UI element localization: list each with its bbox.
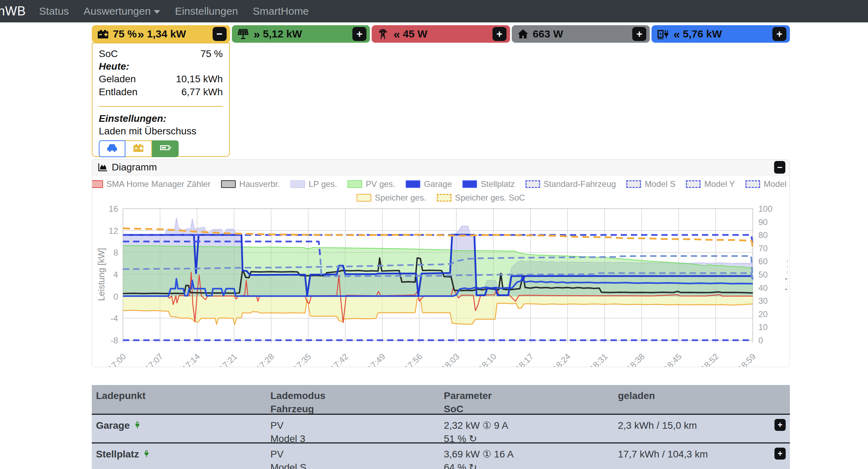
svg-text:18:38: 18:38 [625,351,647,367]
table-header-cell: ParameterSoC [444,385,618,416]
charged-value: 10,15 kWh [176,73,223,85]
card-value: 5,12 kW [263,28,302,40]
status-card-speicher[interactable]: 75 %»1,34 kW− [92,25,230,43]
solar-panel-icon [237,28,249,40]
legend-label: Stellplatz [481,179,515,189]
angle-double-right-icon: » [137,27,144,41]
legend-label: Model Y [704,179,735,189]
svg-text:17:56: 17:56 [402,351,424,367]
discharged-value: 6,77 kWh [181,86,223,98]
svg-text:17:00: 17:00 [106,351,128,367]
table-header-row: LadepunktLademodusFahrzeugParameterSoCge… [92,385,790,414]
car-battery-icon [97,28,109,40]
svg-text:17:14: 17:14 [180,351,202,367]
svg-text:-4: -4 [111,314,118,323]
plug-icon [133,420,142,429]
nav-item-status[interactable]: Status [39,5,69,17]
chart-legend-row-2: Speicher ges.Speicher ges. SoC [92,193,790,203]
battery-detail-panel: SoC 75 % Heute: Geladen 10,15 kWh Entlad… [92,43,230,157]
brand-logo[interactable]: nWB [0,4,26,19]
card-value: 663 W [533,28,563,40]
diagram-collapse-button[interactable]: − [774,161,785,174]
expand-button[interactable]: + [772,27,786,41]
status-card-ladepunkte[interactable]: «5,76 kW+ [652,25,790,43]
legend-item[interactable]: Speicher ges. SoC [437,193,525,203]
legend-swatch [406,180,420,188]
charge-mode-buttons [99,140,223,157]
charge-point-table: LadepunktLademodusFahrzeugParameterSoCge… [92,385,790,469]
legend-swatch [745,180,760,188]
chart-area-icon [97,162,108,173]
charge-point-name-cell: Garage [96,415,270,446]
svg-text:30: 30 [758,296,768,306]
svg-text:17:28: 17:28 [254,351,276,367]
svg-text:SoC [%]: SoC [%] [785,258,787,290]
nav-item-einstellungen[interactable]: Einstellungen [175,5,238,17]
status-card-pv[interactable]: »5,12 kW+ [232,25,370,43]
status-card-evu[interactable]: «45 W+ [372,25,510,43]
svg-text:0: 0 [758,336,763,345]
settings-heading: Einstellungen: [99,112,223,125]
house-icon [517,28,529,40]
svg-text:40: 40 [758,283,768,293]
svg-text:18:31: 18:31 [588,351,609,367]
legend-item[interactable]: Speicher ges. [357,193,426,203]
mode-button-car[interactable] [99,140,125,157]
legend-item[interactable]: Model S [626,179,675,189]
svg-text:10: 10 [758,322,768,332]
diagram-title: Diagramm [112,162,157,173]
svg-text:16: 16 [109,204,118,214]
navbar: nWB StatusAuswertungenEinstellungenSmart… [0,0,868,22]
expand-button[interactable]: + [632,27,646,41]
angle-double-left-icon: « [393,27,400,41]
card-value: 5,76 kW [683,28,722,40]
svg-text:-8: -8 [111,336,118,345]
table-row-garage: GaragePVModel 32,32 kW ① 9 A51 % ↻2,3 kW… [92,414,790,442]
legend-label: Model 3 [764,179,790,189]
legend-swatch [290,180,305,188]
collapse-button[interactable]: − [213,27,227,41]
legend-swatch [686,180,701,188]
charge-point-name-cell: Stellplatz [96,443,270,469]
mode-button-car-battery[interactable] [125,140,152,157]
mode-button-battery[interactable] [152,140,179,157]
legend-item[interactable]: SMA Home Manager Zähler [92,179,211,189]
phase-count-icon: ① [482,449,491,460]
svg-text:20: 20 [758,309,768,319]
row-expand-button[interactable]: + [774,419,786,431]
legend-item[interactable]: Model 3 [745,179,790,189]
expand-button[interactable]: + [352,27,366,41]
svg-text:0: 0 [113,292,118,301]
charged-energy-cell: 17,7 kWh / 104,3 km [618,443,790,469]
legend-label: Speicher ges. [375,193,426,203]
row-expand-button[interactable]: + [774,448,786,460]
nav-item-auswertungen[interactable]: Auswertungen [84,5,160,17]
chevron-down-icon [154,10,160,14]
mode-vehicle-cell: PVModel S [270,443,444,469]
table-header-cell: geladen [618,385,790,416]
car-battery-icon [132,142,144,156]
legend-item[interactable]: PV ges. [347,179,395,189]
plug-icon [142,449,151,458]
legend-label: Standard-Fahrzeug [544,179,616,189]
refresh-soc-icon[interactable]: ↻ [469,462,477,469]
card-value: 45 W [403,28,427,40]
legend-item[interactable]: Garage [406,179,452,189]
status-card-hausverbrauch[interactable]: 663 W+ [512,25,650,43]
expand-button[interactable]: + [492,27,507,41]
svg-text:18:45: 18:45 [662,351,683,367]
card-value: 1,34 kW [147,28,186,40]
legend-item[interactable]: LP ges. [290,179,337,189]
legend-item[interactable]: Hausverbr. [221,179,280,189]
legend-item[interactable]: Standard-Fahrzeug [525,179,616,189]
legend-label: Model S [645,179,675,189]
svg-text:17:42: 17:42 [329,351,350,367]
legend-swatch [357,194,371,202]
table-header-cell: LademodusFahrzeug [270,385,444,416]
legend-item[interactable]: Model Y [686,179,735,189]
legend-swatch [525,180,540,188]
legend-label: Speicher ges. SoC [455,193,525,203]
legend-item[interactable]: Stellplatz [462,179,515,189]
nav-item-smarthome[interactable]: SmartHome [253,5,309,17]
diagram-header: Diagramm − [92,160,790,175]
